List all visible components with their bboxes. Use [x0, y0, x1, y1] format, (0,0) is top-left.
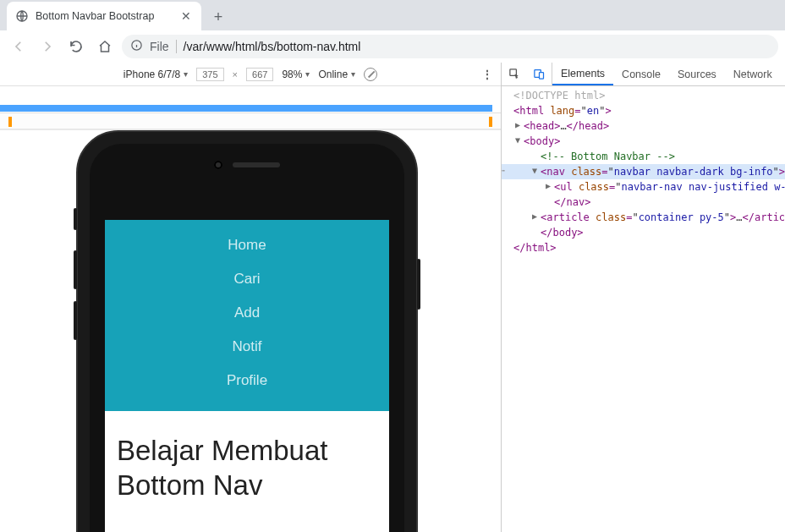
tab-elements[interactable]: Elements [552, 63, 613, 85]
speaker-icon [233, 162, 280, 167]
url-scheme: File [150, 40, 169, 53]
inspect-element-icon[interactable] [502, 63, 527, 85]
kebab-menu-icon[interactable]: ⋮ [481, 68, 494, 81]
rendered-page: Home Cari Add Notif Profile Belajar Memb… [105, 220, 389, 532]
page-article: Belajar Membuat Bottom Nav [105, 411, 389, 525]
tab-title: Bottom Navbar Bootstrap [36, 10, 173, 22]
phone-notch [214, 161, 280, 169]
devtools-tabs: Elements Console Sources Network [502, 63, 785, 86]
device-width-input[interactable]: 375 [196, 68, 223, 81]
tab-network[interactable]: Network [725, 63, 781, 85]
tab-console[interactable]: Console [613, 63, 669, 85]
article-heading: Belajar Membuat Bottom Nav [117, 433, 377, 503]
ruler-tick [489, 117, 492, 127]
globe-icon [15, 9, 29, 23]
nav-item-notif[interactable]: Notif [105, 330, 389, 364]
tab-strip: Bottom Navbar Bootstrap ✕ + [0, 0, 785, 30]
new-tab-button[interactable]: + [206, 5, 230, 29]
throttling-select[interactable]: Online [318, 69, 355, 80]
nav-item-cari[interactable]: Cari [105, 262, 389, 296]
url-separator [176, 40, 177, 53]
reload-button[interactable] [64, 35, 88, 58]
browser-chrome: Bottom Navbar Bootstrap ✕ + File /var/ww… [0, 0, 785, 63]
ruler-highlight [0, 105, 492, 112]
rotate-icon[interactable] [364, 68, 377, 81]
device-emulator-pane: iPhone 6/7/8 375 × 667 98% Online ⋮ [0, 63, 502, 532]
camera-icon [214, 161, 222, 169]
back-button[interactable] [7, 35, 30, 58]
device-frame: Home Cari Add Notif Profile Belajar Memb… [76, 130, 418, 532]
info-icon [130, 39, 143, 54]
nav-item-home[interactable]: Home [105, 228, 389, 262]
dimension-separator: × [233, 69, 238, 80]
device-height-input[interactable]: 667 [246, 68, 273, 81]
toggle-device-icon[interactable] [527, 63, 552, 85]
ruler-tick [8, 117, 12, 127]
page-navbar: Home Cari Add Notif Profile [105, 220, 389, 411]
svg-rect-4 [540, 73, 544, 80]
viewport: Home Cari Add Notif Profile Belajar Memb… [0, 130, 501, 532]
home-button[interactable] [93, 35, 117, 58]
forward-button[interactable] [36, 35, 59, 58]
nav-item-profile[interactable]: Profile [105, 364, 389, 398]
devtools-panel: Elements Console Sources Network <!DOCTY… [502, 63, 785, 532]
device-toolbar: iPhone 6/7/8 375 × 667 98% Online ⋮ [0, 63, 501, 86]
tab-sources[interactable]: Sources [669, 63, 725, 85]
address-bar[interactable]: File /var/www/html/bs/bottom-nav.html [122, 35, 778, 58]
device-select[interactable]: iPhone 6/7/8 [124, 69, 188, 80]
close-icon[interactable]: ✕ [179, 9, 193, 23]
nav-item-add[interactable]: Add [105, 296, 389, 330]
elements-tree[interactable]: <!DOCTYPE html><html lang="en">▶<head>…<… [502, 86, 785, 532]
ruler [0, 86, 501, 130]
browser-tab[interactable]: Bottom Navbar Bootstrap ✕ [7, 2, 201, 30]
zoom-select[interactable]: 98% [282, 69, 310, 80]
url-path: /var/www/html/bs/bottom-nav.html [184, 40, 361, 53]
browser-toolbar: File /var/www/html/bs/bottom-nav.html [0, 30, 785, 63]
